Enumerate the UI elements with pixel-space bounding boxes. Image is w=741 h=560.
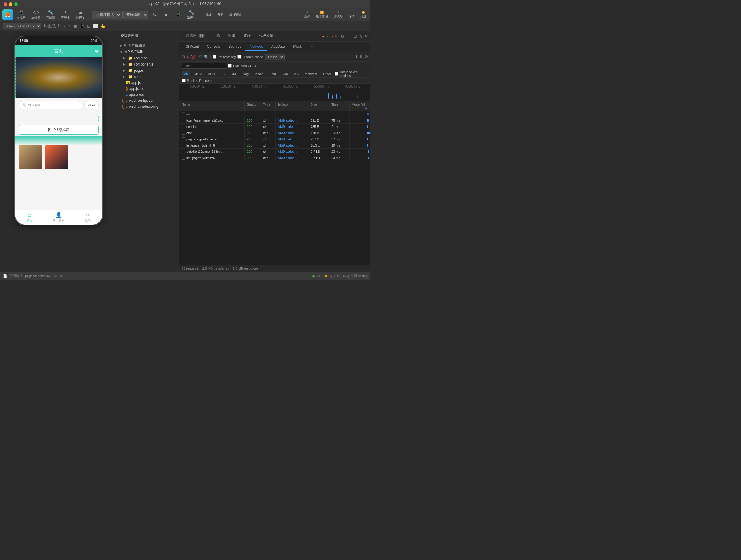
row-checkbox-0[interactable] xyxy=(182,112,185,116)
touch-icon[interactable]: 👆 xyxy=(100,24,106,28)
tab-output[interactable]: 输出 xyxy=(224,32,240,41)
msg-btn[interactable]: 🔔 消息 xyxy=(359,10,368,19)
rotate-icon[interactable]: ↺ xyxy=(67,24,71,28)
row-checkbox-2[interactable] xyxy=(182,125,185,128)
import-arrow[interactable]: ⬆ xyxy=(354,55,358,59)
tab-appdata[interactable]: AppData xyxy=(267,43,289,51)
th-initiator[interactable]: Initiator xyxy=(276,102,308,111)
tab-terminal[interactable]: 终端 xyxy=(240,32,255,41)
detail-btn[interactable]: ≡ 详情 xyxy=(347,10,356,19)
tab-wxml[interactable]: ⊡ Wxml xyxy=(182,43,203,51)
tab-issues[interactable]: 问题 xyxy=(209,32,224,41)
table-row[interactable]: page?page=1&limit=5 200 xhr VM9 asdeb...… xyxy=(179,136,370,142)
tab-debugger[interactable]: 调试器 38 xyxy=(182,32,209,41)
cloud2-btn[interactable]: 🔧 清缓存 xyxy=(185,9,198,21)
filter-manifest[interactable]: Manifest xyxy=(302,71,320,76)
version-btn[interactable]: 🔀 版本管理 xyxy=(314,10,330,19)
new-file-icon[interactable]: + xyxy=(169,34,171,38)
device-select[interactable]: iPhone X 85% 16 × xyxy=(3,23,41,29)
th-time[interactable]: Time xyxy=(329,102,350,111)
row-checkbox-4[interactable] xyxy=(182,137,185,141)
filter-css[interactable]: CSS xyxy=(228,71,240,76)
phone-search-input[interactable]: 🔍 图书名称 xyxy=(19,101,82,109)
record-icon[interactable]: ● xyxy=(187,55,189,59)
table-row[interactable]: — xyxy=(179,111,370,117)
file-appjson[interactable]: {} app.json xyxy=(117,86,179,91)
close-devtools-icon[interactable]: ∧ xyxy=(359,34,362,39)
phone-btn[interactable]: 📱 xyxy=(173,11,184,18)
more-bottom-icon[interactable]: ··· xyxy=(65,274,68,278)
preserve-log-checkbox[interactable]: Preserve log xyxy=(212,55,236,59)
filter-xhr[interactable]: XHR xyxy=(206,71,217,76)
phone-tab-home[interactable]: ⌂ 首页 xyxy=(15,210,44,225)
filter-img[interactable]: Img xyxy=(241,71,251,76)
open-editors-item[interactable]: ▶ 打开的编辑器 xyxy=(117,42,179,49)
disable-cache-checkbox[interactable]: Disable cache xyxy=(238,55,263,59)
tab-network[interactable]: Network xyxy=(246,43,267,51)
folder-common[interactable]: ▶ 📁 common xyxy=(117,55,179,61)
table-row[interactable]: stat 200 xhr VM9 asdeb... 178 B 2.20 s xyxy=(179,130,370,136)
filter-other[interactable]: Other xyxy=(321,71,334,76)
blocked-requests-input[interactable] xyxy=(182,79,186,82)
device-icon[interactable]: 📱 xyxy=(80,24,85,28)
compile-btn[interactable]: 编译 xyxy=(203,12,214,18)
folder-components[interactable]: ▶ 📁 components xyxy=(117,61,179,67)
preview-btn[interactable]: 预览 xyxy=(215,12,226,18)
cloud-btn[interactable]: ☁ 云开发 xyxy=(73,9,87,21)
file-appwxss[interactable]: ≡ app.wxss xyxy=(117,91,179,98)
th-status[interactable]: Status xyxy=(245,102,261,111)
maximize-button[interactable] xyxy=(14,2,18,6)
filter-js[interactable]: JS xyxy=(218,71,227,76)
table-row[interactable]: autoSort2?page=1&limi... 200 xhr VM9 asd… xyxy=(179,148,370,155)
minimize-button[interactable] xyxy=(9,2,12,6)
more-icon[interactable]: ⋮ xyxy=(347,34,351,39)
eye-bottom-icon[interactable]: 👁 xyxy=(59,274,63,278)
row-checkbox-3[interactable] xyxy=(182,131,185,135)
project-root-item[interactable]: ▼ MP-WEIXIN xyxy=(117,49,179,55)
settings-icon[interactable]: ⚙ xyxy=(54,274,57,278)
folder-pages[interactable]: ▶ 📁 pages xyxy=(117,67,179,73)
stop-icon[interactable]: ⏹ xyxy=(73,24,77,28)
th-name[interactable]: Name xyxy=(179,102,245,111)
filter-icon[interactable]: ▽ xyxy=(199,55,202,59)
tab-sources[interactable]: Sources xyxy=(224,43,246,51)
screenshot-icon[interactable]: ⬜ xyxy=(93,24,98,28)
filter-media[interactable]: Media xyxy=(252,71,266,76)
online-select[interactable]: Online xyxy=(265,54,284,60)
upload-btn[interactable]: ⬆ 上传 xyxy=(302,10,312,19)
tab-quality[interactable]: 代码质量 xyxy=(255,32,277,41)
disable-cache-input[interactable] xyxy=(238,55,241,59)
test-btn[interactable]: ⬆ 测试号 xyxy=(332,10,344,19)
file-projectconfig[interactable]: {} project.config.json xyxy=(117,98,179,104)
tab-console[interactable]: Console xyxy=(203,43,224,51)
folder-static[interactable]: ▶ 📁 static xyxy=(117,73,179,80)
mode-select[interactable]: 小程序模式 xyxy=(92,11,121,19)
filter-ws[interactable]: WS xyxy=(291,71,301,76)
refresh-btn[interactable]: ↻ xyxy=(149,11,160,18)
th-type[interactable]: Type xyxy=(261,102,276,111)
has-blocked-cookies-checkbox[interactable]: Has blocked cookies xyxy=(335,70,368,77)
table-row[interactable]: session 200 xhr VM9 asdeb... 735 B 21 ms xyxy=(179,124,370,130)
filter-doc[interactable]: Doc xyxy=(279,71,290,76)
capture-icon[interactable]: ⊡ xyxy=(182,55,185,59)
th-waterfall[interactable]: Waterfall ▲ xyxy=(350,102,370,111)
table-row[interactable]: list?page=1&limit=6 200 xhr VM9 asdeb...… xyxy=(179,155,370,161)
settings-icon[interactable]: ⚙ xyxy=(341,34,344,39)
tab-more[interactable]: >> xyxy=(306,43,318,51)
row-checkbox-1[interactable] xyxy=(182,119,185,122)
compile-select[interactable]: 普通编辑 xyxy=(122,11,148,19)
real-debug-btn[interactable]: 真机调试 xyxy=(227,12,244,18)
phone-search-btn[interactable]: 搜索 xyxy=(84,101,99,109)
close-icon[interactable]: ✕ xyxy=(364,34,368,39)
search-icon[interactable]: 🔍 xyxy=(204,55,209,59)
filter-all[interactable]: All xyxy=(182,71,190,76)
row-checkbox-5[interactable] xyxy=(182,143,185,147)
phone-tab-books[interactable]: 👤 图书信息 xyxy=(44,210,73,225)
debugger-btn[interactable]: 🔧 调试器 xyxy=(44,9,58,21)
stop-icon[interactable]: 🚫 xyxy=(191,55,195,59)
preserve-log-input[interactable] xyxy=(212,55,216,59)
row-checkbox-6[interactable] xyxy=(182,150,185,153)
multi-device-icon[interactable]: ⊞ xyxy=(87,24,91,28)
eye-btn[interactable]: 👁 xyxy=(161,11,172,18)
table-row[interactable]: login?username=a1&pa... 200 xhr VM9 asde… xyxy=(179,117,370,124)
